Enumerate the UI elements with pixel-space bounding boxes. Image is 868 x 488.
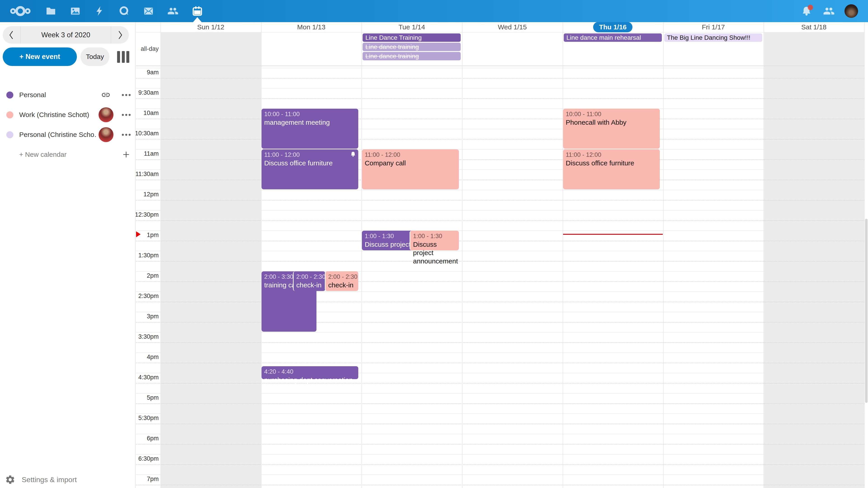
grid-line xyxy=(136,261,864,262)
active-app-indicator xyxy=(193,17,202,22)
new-calendar-button[interactable]: + New calendar xyxy=(0,144,135,164)
day-header[interactable]: Sat 1/18 xyxy=(764,22,864,32)
grid-line xyxy=(136,240,864,241)
settings-import-button[interactable]: Settings & import xyxy=(0,471,135,488)
calendar-list-item[interactable]: Personal (Christine Scho… xyxy=(0,125,135,144)
day-header[interactable]: Mon 1/13 xyxy=(261,22,362,32)
calendar-name: Work (Christine Schott) xyxy=(19,111,89,119)
top-bar xyxy=(0,0,868,22)
time-label: 12:30pm xyxy=(135,211,159,218)
event-title: check-in xyxy=(328,281,355,289)
day-header[interactable]: Wed 1/15 xyxy=(462,22,563,32)
calendar-color-dot[interactable] xyxy=(6,131,13,138)
today-pill: Thu 1/16 xyxy=(593,22,632,32)
allday-event[interactable]: Line dance training xyxy=(363,52,461,60)
allday-event[interactable]: Line dance training xyxy=(363,43,461,51)
calendar-event[interactable]: 2:00 - 2:30check-in xyxy=(293,271,325,291)
time-label: 1:30pm xyxy=(135,252,159,259)
calendar-list-item[interactable]: Work (Christine Schott) xyxy=(0,105,135,125)
scrollbar-thumb[interactable] xyxy=(865,219,868,403)
photos-icon xyxy=(70,6,81,16)
event-title: Discuss office furniture xyxy=(264,159,355,167)
time-label: 4pm xyxy=(135,354,159,361)
notification-dot xyxy=(807,4,813,10)
time-label: 11am xyxy=(135,150,159,157)
calendar-color-dot[interactable] xyxy=(6,92,13,98)
event-title: Discuss office furniture xyxy=(566,159,657,167)
grid-line xyxy=(136,342,864,343)
grid-line xyxy=(136,403,864,404)
now-indicator-arrow xyxy=(136,231,141,237)
column-border xyxy=(563,22,563,488)
calendar-actions-menu[interactable] xyxy=(121,109,131,120)
user-menu-button[interactable] xyxy=(839,0,864,22)
new-event-button[interactable]: + New event xyxy=(3,47,77,66)
grid-line xyxy=(136,129,864,129)
calendar-event[interactable]: 10:00 - 11:00Phonecall with Abby xyxy=(563,109,660,149)
grid-line xyxy=(136,363,864,363)
next-week-button[interactable] xyxy=(111,26,129,43)
column-border xyxy=(663,22,664,488)
talk-icon xyxy=(119,6,129,16)
mail-app-button[interactable] xyxy=(136,0,161,22)
day-header[interactable]: Tue 1/14 xyxy=(362,22,462,32)
calendar-event[interactable]: 11:00 - 12:00Discuss office furniture xyxy=(261,149,358,189)
calendar-event[interactable]: 2:00 - 2:30check-in xyxy=(325,271,358,291)
week-label[interactable]: Week 3 of 2020 xyxy=(21,31,111,39)
event-time: 11:00 - 12:00 xyxy=(566,151,657,159)
grid-line xyxy=(136,393,864,394)
today-button[interactable]: Today xyxy=(81,47,110,66)
activity-app-button[interactable] xyxy=(88,0,112,22)
contacts-menu-button[interactable] xyxy=(817,0,841,22)
calendar-event[interactable]: 11:00 - 12:00Company call xyxy=(362,149,459,189)
time-label: 5pm xyxy=(135,394,159,401)
notifications-button[interactable] xyxy=(794,0,819,22)
avatar xyxy=(98,107,114,122)
files-app-button[interactable] xyxy=(39,0,63,22)
event-title: check-in xyxy=(296,281,322,289)
grid-line xyxy=(136,373,864,373)
plus-icon[interactable] xyxy=(121,149,131,160)
contacts-app-button[interactable] xyxy=(161,0,185,22)
time-label: 3pm xyxy=(135,313,159,320)
day-header[interactable]: Fri 1/17 xyxy=(663,22,764,32)
event-time: 1:00 - 1:30 xyxy=(413,232,456,240)
allday-event[interactable]: The Big Line Dancing Show!!! xyxy=(664,33,763,42)
grid-line xyxy=(136,98,864,99)
talk-app-button[interactable] xyxy=(112,0,136,22)
time-label: 7pm xyxy=(135,476,159,483)
calendar-name: Personal (Christine Scho… xyxy=(19,131,96,138)
event-time: 2:00 - 2:30 xyxy=(328,273,355,281)
previous-week-button[interactable] xyxy=(3,26,20,43)
share-link-icon[interactable] xyxy=(100,90,111,100)
folder-icon xyxy=(46,6,56,16)
grid-line xyxy=(136,291,864,292)
gear-icon xyxy=(5,475,16,485)
calendar-event[interactable]: 10:00 - 11:00management meeting xyxy=(261,109,358,149)
grid-line xyxy=(136,414,864,414)
grid-line xyxy=(136,444,864,445)
allday-event[interactable]: Line Dance Training xyxy=(363,33,461,42)
column-border xyxy=(462,22,463,488)
calendar-event[interactable]: 11:00 - 12:00Discuss office furniture xyxy=(563,149,660,189)
calendar-list-item[interactable]: Personal xyxy=(0,85,135,105)
allday-event[interactable]: Line dance main rehearsal xyxy=(564,33,662,42)
calendar-icon xyxy=(192,6,203,16)
sidebar: Week 3 of 2020 + New event Today Persona… xyxy=(0,22,135,488)
grid-line xyxy=(136,190,864,190)
view-toggle-columns-icon[interactable] xyxy=(117,51,129,63)
time-label: 4:30pm xyxy=(135,374,159,381)
calendar-event[interactable]: 4:20 - 4:40purchasing dept conversation xyxy=(261,366,358,379)
allday-border xyxy=(136,66,864,66)
nextcloud-logo[interactable] xyxy=(7,0,34,22)
calendar-color-dot[interactable] xyxy=(6,111,13,119)
event-time: 10:00 - 11:00 xyxy=(264,110,355,118)
calendar-actions-menu[interactable] xyxy=(121,90,131,100)
calendar-actions-menu[interactable] xyxy=(121,129,131,140)
grid-line xyxy=(136,352,864,353)
day-header[interactable]: Thu 1/16 xyxy=(563,22,663,32)
mail-icon xyxy=(143,6,154,16)
calendar-event[interactable]: 1:00 - 1:30Discuss project announcement xyxy=(410,231,459,250)
day-header[interactable]: Sun 1/12 xyxy=(160,22,261,32)
photos-app-button[interactable] xyxy=(63,0,88,22)
